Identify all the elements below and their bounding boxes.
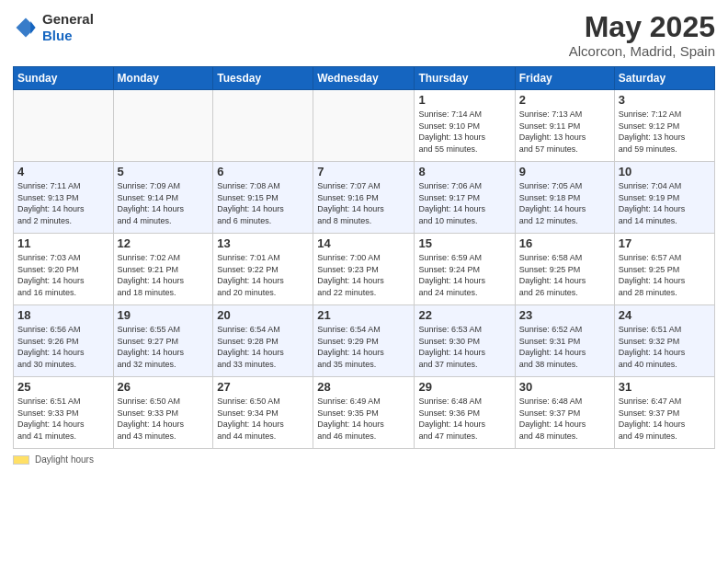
day-number: 13 (217, 236, 309, 250)
location: Alcorcon, Madrid, Spain (569, 43, 715, 59)
col-thursday: Thursday (415, 67, 515, 90)
day-number: 26 (118, 380, 210, 394)
table-row: 2Sunrise: 7:13 AM Sunset: 9:11 PM Daylig… (515, 90, 614, 162)
table-row: 24Sunrise: 6:51 AM Sunset: 9:32 PM Dayli… (614, 305, 714, 377)
table-row: 29Sunrise: 6:48 AM Sunset: 9:36 PM Dayli… (415, 377, 515, 449)
day-info: Sunrise: 7:12 AM Sunset: 9:12 PM Dayligh… (619, 109, 711, 155)
col-monday: Monday (113, 67, 213, 90)
day-number: 28 (317, 380, 410, 394)
table-row (313, 90, 415, 162)
table-row (14, 90, 114, 162)
table-row: 10Sunrise: 7:04 AM Sunset: 9:19 PM Dayli… (614, 162, 714, 234)
day-info: Sunrise: 6:54 AM Sunset: 9:28 PM Dayligh… (217, 324, 309, 370)
table-row: 19Sunrise: 6:55 AM Sunset: 9:27 PM Dayli… (113, 305, 213, 377)
calendar-week-row: 1Sunrise: 7:14 AM Sunset: 9:10 PM Daylig… (14, 90, 715, 162)
table-row: 12Sunrise: 7:02 AM Sunset: 9:21 PM Dayli… (113, 234, 213, 305)
calendar-table: Sunday Monday Tuesday Wednesday Thursday… (13, 66, 715, 449)
calendar-header-row: Sunday Monday Tuesday Wednesday Thursday… (14, 67, 715, 90)
day-number: 5 (118, 165, 210, 178)
month-title: May 2025 (569, 11, 715, 43)
day-number: 14 (317, 236, 410, 250)
table-row (113, 90, 213, 162)
table-row: 30Sunrise: 6:48 AM Sunset: 9:37 PM Dayli… (515, 377, 614, 449)
col-saturday: Saturday (614, 67, 714, 90)
table-row: 8Sunrise: 7:06 AM Sunset: 9:17 PM Daylig… (415, 162, 515, 234)
day-info: Sunrise: 6:52 AM Sunset: 9:31 PM Dayligh… (519, 324, 610, 370)
day-number: 31 (619, 380, 711, 394)
day-number: 17 (619, 236, 711, 250)
day-number: 29 (418, 380, 510, 394)
day-number: 2 (519, 93, 610, 107)
day-number: 24 (619, 308, 711, 322)
table-row: 13Sunrise: 7:01 AM Sunset: 9:22 PM Dayli… (213, 234, 313, 305)
day-number: 20 (217, 308, 309, 322)
day-number: 15 (418, 236, 510, 250)
table-row: 21Sunrise: 6:54 AM Sunset: 9:29 PM Dayli… (313, 305, 415, 377)
table-row: 16Sunrise: 6:58 AM Sunset: 9:25 PM Dayli… (515, 234, 614, 305)
header: General Blue May 2025 Alcorcon, Madrid, … (13, 11, 715, 59)
table-row: 17Sunrise: 6:57 AM Sunset: 9:25 PM Dayli… (614, 234, 714, 305)
day-info: Sunrise: 6:51 AM Sunset: 9:33 PM Dayligh… (17, 396, 109, 442)
day-number: 23 (519, 308, 610, 322)
day-number: 7 (317, 165, 410, 178)
svg-marker-1 (30, 21, 35, 34)
table-row: 27Sunrise: 6:50 AM Sunset: 9:34 PM Dayli… (213, 377, 313, 449)
day-info: Sunrise: 6:47 AM Sunset: 9:37 PM Dayligh… (619, 396, 711, 442)
day-info: Sunrise: 6:56 AM Sunset: 9:26 PM Dayligh… (17, 324, 109, 370)
day-number: 18 (17, 308, 109, 322)
day-info: Sunrise: 7:13 AM Sunset: 9:11 PM Dayligh… (519, 109, 610, 155)
generalblue-icon (13, 15, 39, 40)
day-info: Sunrise: 7:03 AM Sunset: 9:20 PM Dayligh… (17, 252, 109, 298)
day-number: 10 (619, 165, 711, 178)
page: General Blue May 2025 Alcorcon, Madrid, … (0, 0, 728, 563)
table-row: 9Sunrise: 7:05 AM Sunset: 9:18 PM Daylig… (515, 162, 614, 234)
day-number: 11 (17, 236, 109, 250)
day-info: Sunrise: 7:08 AM Sunset: 9:15 PM Dayligh… (217, 180, 309, 226)
table-row: 22Sunrise: 6:53 AM Sunset: 9:30 PM Dayli… (415, 305, 515, 377)
day-number: 4 (17, 165, 109, 178)
day-info: Sunrise: 7:00 AM Sunset: 9:23 PM Dayligh… (317, 252, 410, 298)
table-row: 14Sunrise: 7:00 AM Sunset: 9:23 PM Dayli… (313, 234, 415, 305)
footer: Daylight hours (13, 454, 715, 465)
day-number: 19 (118, 308, 210, 322)
day-info: Sunrise: 6:53 AM Sunset: 9:30 PM Dayligh… (418, 324, 510, 370)
day-info: Sunrise: 7:02 AM Sunset: 9:21 PM Dayligh… (118, 252, 210, 298)
day-info: Sunrise: 6:50 AM Sunset: 9:33 PM Dayligh… (118, 396, 210, 442)
day-info: Sunrise: 6:50 AM Sunset: 9:34 PM Dayligh… (217, 396, 309, 442)
col-wednesday: Wednesday (313, 67, 415, 90)
title-block: May 2025 Alcorcon, Madrid, Spain (569, 11, 715, 59)
logo: General Blue (13, 11, 94, 44)
day-number: 30 (519, 380, 610, 394)
table-row: 15Sunrise: 6:59 AM Sunset: 9:24 PM Dayli… (415, 234, 515, 305)
day-number: 25 (17, 380, 109, 394)
day-info: Sunrise: 6:54 AM Sunset: 9:29 PM Dayligh… (317, 324, 410, 370)
calendar-week-row: 11Sunrise: 7:03 AM Sunset: 9:20 PM Dayli… (14, 234, 715, 305)
table-row: 18Sunrise: 6:56 AM Sunset: 9:26 PM Dayli… (14, 305, 114, 377)
table-row: 6Sunrise: 7:08 AM Sunset: 9:15 PM Daylig… (213, 162, 313, 234)
day-number: 16 (519, 236, 610, 250)
table-row: 4Sunrise: 7:11 AM Sunset: 9:13 PM Daylig… (14, 162, 114, 234)
day-number: 1 (418, 93, 510, 107)
day-number: 8 (418, 165, 510, 178)
daylight-swatch (13, 455, 29, 465)
table-row: 25Sunrise: 6:51 AM Sunset: 9:33 PM Dayli… (14, 377, 114, 449)
table-row: 31Sunrise: 6:47 AM Sunset: 9:37 PM Dayli… (614, 377, 714, 449)
table-row: 1Sunrise: 7:14 AM Sunset: 9:10 PM Daylig… (415, 90, 515, 162)
day-info: Sunrise: 6:49 AM Sunset: 9:35 PM Dayligh… (317, 396, 410, 442)
calendar-week-row: 4Sunrise: 7:11 AM Sunset: 9:13 PM Daylig… (14, 162, 715, 234)
day-info: Sunrise: 6:59 AM Sunset: 9:24 PM Dayligh… (418, 252, 510, 298)
calendar-week-row: 25Sunrise: 6:51 AM Sunset: 9:33 PM Dayli… (14, 377, 715, 449)
col-friday: Friday (515, 67, 614, 90)
day-info: Sunrise: 6:51 AM Sunset: 9:32 PM Dayligh… (619, 324, 711, 370)
col-sunday: Sunday (14, 67, 114, 90)
day-info: Sunrise: 7:06 AM Sunset: 9:17 PM Dayligh… (418, 180, 510, 226)
day-number: 9 (519, 165, 610, 178)
day-info: Sunrise: 7:11 AM Sunset: 9:13 PM Dayligh… (17, 180, 109, 226)
day-number: 21 (317, 308, 410, 322)
table-row: 5Sunrise: 7:09 AM Sunset: 9:14 PM Daylig… (113, 162, 213, 234)
table-row: 26Sunrise: 6:50 AM Sunset: 9:33 PM Dayli… (113, 377, 213, 449)
table-row: 7Sunrise: 7:07 AM Sunset: 9:16 PM Daylig… (313, 162, 415, 234)
day-info: Sunrise: 7:09 AM Sunset: 9:14 PM Dayligh… (118, 180, 210, 226)
daylight-label: Daylight hours (35, 454, 94, 465)
day-number: 22 (418, 308, 510, 322)
